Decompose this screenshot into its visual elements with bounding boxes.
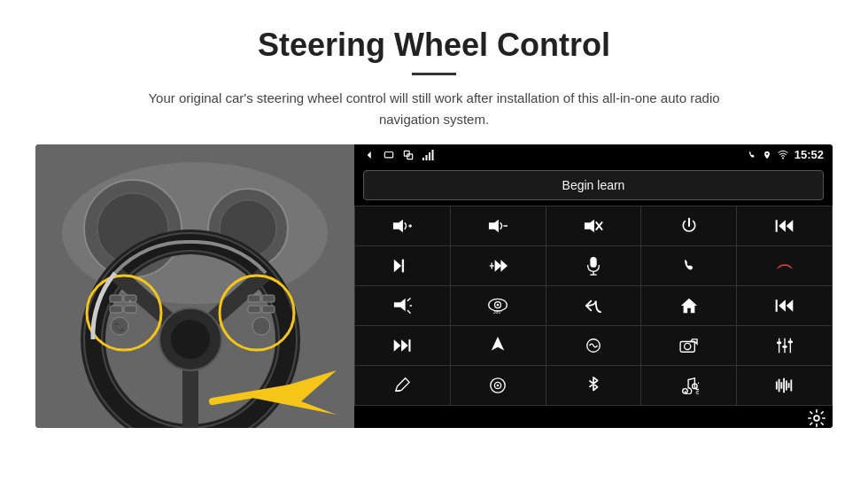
ctrl-mute[interactable] [546, 206, 641, 245]
pen-icon [393, 377, 411, 394]
ctrl-pen[interactable] [355, 366, 450, 405]
svg-rect-16 [110, 295, 122, 302]
svg-text:+: + [129, 298, 132, 303]
svg-point-96 [814, 416, 819, 421]
back-nav-icon [363, 149, 376, 161]
svg-rect-80 [782, 346, 787, 348]
svg-point-39 [782, 157, 784, 159]
svg-point-38 [766, 152, 768, 154]
nav-icons [363, 149, 436, 161]
controls-grid: 360° [354, 206, 833, 406]
svg-marker-67 [779, 299, 786, 312]
svg-marker-56 [501, 260, 508, 272]
svg-marker-45 [585, 220, 594, 233]
wifi-status-icon [777, 150, 789, 160]
ctrl-back[interactable] [546, 286, 641, 325]
page-title: Steering Wheel Control [35, 27, 833, 64]
ctrl-music[interactable]: ⚙ [641, 366, 736, 405]
svg-marker-70 [402, 339, 409, 352]
svg-rect-57 [590, 257, 596, 268]
camera-icon [679, 338, 699, 354]
ctrl-nav[interactable] [451, 326, 546, 365]
svg-rect-37 [432, 150, 434, 160]
music-icon: ⚙ [679, 377, 699, 394]
record-icon [489, 377, 507, 394]
hang-up-icon [775, 259, 794, 273]
steering-wheel-svg: + 📞 [35, 144, 354, 428]
tune-icon [585, 338, 602, 354]
ctrl-tune[interactable] [546, 326, 641, 365]
svg-marker-49 [779, 220, 786, 232]
ctrl-eq[interactable] [737, 326, 832, 365]
svg-marker-60 [394, 299, 406, 312]
svg-marker-69 [394, 339, 401, 352]
svg-point-13 [171, 320, 210, 359]
360-icon: 360° [487, 297, 508, 315]
svg-marker-68 [786, 299, 793, 312]
prev-track-icon [775, 218, 794, 234]
svg-marker-51 [394, 260, 401, 273]
svg-text:360°: 360° [493, 309, 503, 315]
svg-text:📞: 📞 [114, 321, 126, 332]
svg-point-63 [497, 304, 500, 307]
ctrl-vol-up[interactable] [355, 206, 450, 245]
signal-icon [422, 150, 436, 160]
ctrl-skip-fwd[interactable] [355, 326, 450, 365]
next-icon [392, 258, 412, 274]
ctrl-next[interactable] [355, 246, 450, 285]
skip-fwd-icon [392, 338, 412, 354]
ctrl-ff[interactable] [451, 246, 546, 285]
steering-wheel-image: + 📞 [35, 144, 354, 428]
title-divider [412, 73, 456, 75]
home-icon [680, 297, 698, 315]
fast-forward-icon [488, 258, 508, 274]
ctrl-hang-up[interactable] [737, 246, 832, 285]
home-nav-icon [383, 149, 395, 161]
mic-icon [585, 256, 601, 276]
svg-rect-36 [429, 152, 430, 160]
svg-rect-23 [248, 295, 260, 302]
begin-learn-container: Begin learn [354, 165, 833, 206]
svg-rect-25 [262, 295, 275, 302]
svg-marker-50 [786, 220, 793, 232]
svg-marker-30 [368, 151, 371, 158]
begin-learn-button[interactable]: Begin learn [363, 170, 824, 200]
ctrl-vol-down[interactable] [451, 206, 546, 245]
svg-marker-55 [495, 260, 502, 272]
ctrl-phone-answer[interactable] [641, 246, 736, 285]
svg-rect-79 [777, 341, 781, 344]
page-header: Steering Wheel Control Your original car… [35, 27, 833, 130]
svg-marker-72 [492, 337, 504, 350]
ctrl-bluetooth[interactable] [546, 366, 641, 405]
ctrl-360[interactable]: 360° [451, 286, 546, 325]
svg-rect-81 [787, 341, 792, 344]
ctrl-waveform[interactable] [737, 366, 832, 405]
ctrl-prev-track[interactable] [737, 206, 832, 245]
status-bar: 15:52 [354, 144, 833, 165]
ctrl-camera[interactable] [641, 326, 736, 365]
svg-point-85 [497, 385, 500, 387]
ctrl-skip-back[interactable] [737, 286, 832, 325]
ctrl-home[interactable] [641, 286, 736, 325]
svg-rect-17 [110, 306, 122, 313]
phone-status-icon [747, 150, 757, 160]
back-icon [585, 298, 602, 314]
status-time: 15:52 [794, 148, 824, 161]
skip-back-icon [775, 298, 794, 314]
svg-rect-26 [262, 306, 275, 313]
waveform-icon [775, 377, 794, 394]
svg-marker-40 [393, 220, 403, 233]
svg-marker-43 [489, 220, 499, 233]
location-status-icon [763, 150, 771, 160]
settings-button[interactable] [808, 409, 825, 427]
recents-nav-icon [402, 149, 415, 161]
ctrl-power[interactable] [641, 206, 736, 245]
content-area: + 📞 [35, 144, 833, 428]
ctrl-mic[interactable] [546, 246, 641, 285]
ctrl-horn[interactable] [355, 286, 450, 325]
ctrl-record[interactable] [451, 366, 546, 405]
svg-rect-24 [248, 306, 260, 313]
phone-answer-icon [680, 257, 698, 275]
svg-rect-34 [422, 158, 424, 160]
vol-up-icon [392, 218, 412, 234]
